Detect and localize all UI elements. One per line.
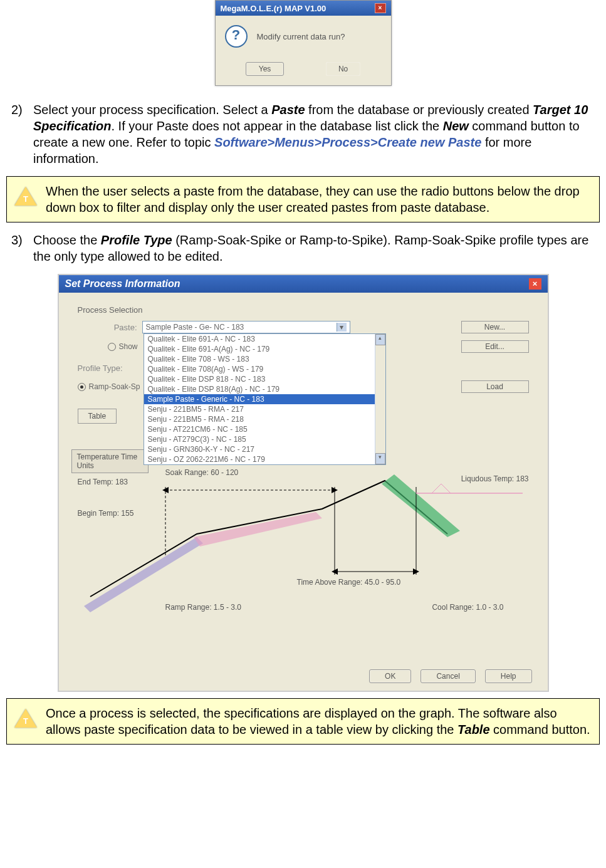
dialog-titlebar: Set Process Information × [59,275,548,293]
no-button[interactable]: No [326,62,360,76]
scrollbar[interactable]: ▴ ▾ [375,334,385,464]
paste-label: Paste: [78,323,142,332]
step-2: 2) Select your process specification. Se… [11,102,595,167]
tip-icon [17,189,34,204]
list-item[interactable]: Qualitek - Elite 691-A - NC - 183 [144,334,385,344]
ramp-range-label: Ramp Range: 1.5 - 3.0 [165,603,241,612]
step-3: 3) Choose the Profile Type (Ramp-Soak-Sp… [11,232,595,264]
liquidous-label: Liqudous Temp: 183 [461,474,529,483]
paste-dropdown[interactable]: Sample Paste - Ge- NC - 183 ▾ [142,321,350,333]
step-text: Select your process specification. Selec… [33,102,595,167]
list-item-selected[interactable]: Sample Paste - Generic - NC - 183 [144,394,385,404]
note-text: Once a process is selected, the specific… [46,705,592,738]
question-icon: ? [225,25,248,48]
dialog-message: Modify current data run? [257,32,345,41]
scroll-up-icon[interactable]: ▴ [375,334,385,345]
dialog-title: MegaM.O.L.E.(r) MAP V1.00 [221,4,327,13]
dialog-title: Set Process Information [65,278,180,290]
list-item[interactable]: Senju - 221BM5 - RMA - 218 [144,414,385,424]
scroll-down-icon[interactable]: ▾ [375,453,385,464]
set-process-dialog: Set Process Information × Process Select… [58,274,549,692]
dialog-bottom-buttons: OK Cancel Help [369,669,531,683]
tip-note-1: When the user selects a paste from the d… [6,176,600,222]
list-item[interactable]: Senju - OZ 2062-221M6 - NC - 179 [144,454,385,464]
list-item[interactable]: Qualitek - Elite 708 - WS - 183 [144,354,385,364]
load-button[interactable]: Load [461,380,529,393]
list-item[interactable]: Qualitek - Elite DSP 818 - NC - 183 [144,374,385,384]
edit-button[interactable]: Edit... [461,340,529,353]
table-button[interactable]: Table [78,409,117,424]
paste-dropdown-list[interactable]: Qualitek - Elite 691-A - NC - 183 Qualit… [144,333,386,465]
tip-icon [17,711,34,726]
svg-marker-1 [194,512,322,546]
close-icon[interactable]: × [375,3,386,13]
begin-temp-label: Begin Temp: 155 [78,509,134,518]
cancel-button[interactable]: Cancel [421,669,475,683]
modify-dialog: MegaM.O.L.E.(r) MAP V1.00 × ? Modify cur… [215,0,392,86]
process-selection-label: Process Selection [78,305,529,315]
tip-note-2: Once a process is selected, the specific… [6,698,600,745]
profile-graph: End Temp: 183 Begin Temp: 155 Soak Range… [71,474,535,619]
help-button[interactable]: Help [485,669,532,683]
svg-marker-2 [382,474,460,537]
list-item[interactable]: Qualitek - Elite 708(Ag) - WS - 179 [144,364,385,374]
temperature-tab[interactable]: Temperature Time Units [71,449,149,473]
chevron-down-icon[interactable]: ▾ [337,323,347,332]
dialog-titlebar: MegaM.O.L.E.(r) MAP V1.00 × [216,1,391,16]
create-paste-link[interactable]: Software>Menus>Process>Create new Paste [214,135,481,149]
new-button[interactable]: New... [461,321,529,333]
list-item[interactable]: Qualitek - Elite 691-A(Ag) - NC - 179 [144,344,385,354]
dialog-buttons: Yes No [216,57,391,85]
list-item[interactable]: Senju - AT221CM6 - NC - 185 [144,424,385,434]
step-number: 2) [11,102,33,167]
list-item[interactable]: Qualitek - Elite DSP 818(Ag) - NC - 179 [144,384,385,394]
dialog-body: ? Modify current data run? [216,16,391,57]
list-item[interactable]: Senju - AT279C(3) - NC - 185 [144,434,385,444]
soak-range-label: Soak Range: 60 - 120 [165,468,239,477]
note-text: When the user selects a paste from the d… [46,183,592,216]
ok-button[interactable]: OK [369,669,411,683]
svg-marker-0 [84,537,203,612]
time-above-label: Time Above Range: 45.0 - 95.0 [297,578,401,587]
yes-button[interactable]: Yes [246,62,285,76]
close-icon[interactable]: × [529,278,541,290]
step-text: Choose the Profile Type (Ramp-Soak-Spike… [33,232,595,264]
ramp-soak-spike-radio[interactable]: Ramp-Soak-Sp [78,382,140,391]
step-number: 3) [11,232,33,264]
show-radio[interactable]: Show [108,342,138,351]
list-item[interactable]: Senju - GRN360-K-Y - NC - 217 [144,444,385,454]
dialog-content: Process Selection Paste: Sample Paste - … [59,293,548,691]
cool-range-label: Cool Range: 1.0 - 3.0 [432,603,503,612]
list-item[interactable]: Senju - 221BM5 - RMA - 217 [144,404,385,414]
end-temp-label: End Temp: 183 [78,478,128,486]
